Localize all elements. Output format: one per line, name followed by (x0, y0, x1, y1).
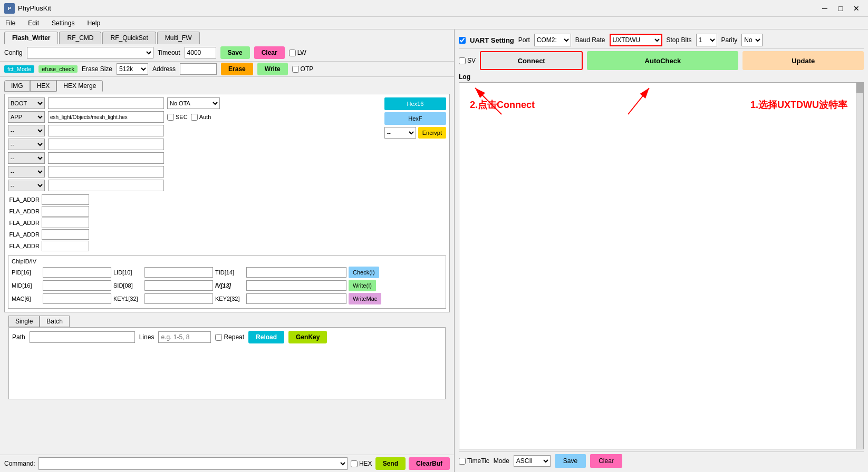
save-button[interactable]: Save (220, 46, 250, 59)
auth-checkbox[interactable] (191, 114, 198, 121)
hex-checkbox[interactable] (351, 460, 358, 467)
parity-select[interactable]: No Even Odd (741, 34, 763, 46)
fla-label1: FLA_ADDR (8, 196, 40, 203)
sv-checkbox[interactable] (459, 57, 466, 64)
hex16-button[interactable]: Hex16 (384, 97, 446, 110)
clearbuf-button[interactable]: ClearBuf (409, 457, 450, 470)
lw-checkbox[interactable] (289, 50, 296, 56)
close-button[interactable]: ✕ (849, 3, 864, 14)
batch-textarea[interactable] (12, 347, 442, 394)
address-input[interactable] (180, 63, 217, 75)
auth-label: Auth (199, 114, 211, 120)
fla-input3[interactable] (42, 218, 89, 228)
sec-checkbox[interactable] (167, 114, 174, 121)
img-grid: BOOT No OTA APP esh_light (4, 94, 450, 312)
row7-type[interactable]: -- (8, 180, 45, 191)
parity-label: Parity (721, 36, 738, 44)
tid-input[interactable] (246, 267, 346, 278)
repeat-checkbox[interactable] (215, 334, 222, 341)
fla-input1[interactable] (42, 194, 89, 205)
iv-input[interactable] (246, 280, 346, 291)
fla-input2[interactable] (42, 206, 89, 217)
erase-button[interactable]: Erase (221, 63, 253, 75)
scroll-thumb[interactable] (856, 83, 863, 93)
checkid-button[interactable]: Check(I) (349, 267, 379, 278)
pid-input[interactable] (43, 267, 111, 278)
repeat-wrap: Repeat (215, 333, 244, 341)
otp-checkbox[interactable] (292, 66, 299, 73)
boot-row: BOOT No OTA (8, 97, 378, 109)
writeid-button[interactable]: Write(I) (349, 280, 376, 291)
menu-file[interactable]: File (3, 18, 17, 28)
genkey-button[interactable]: GenKey (288, 331, 327, 343)
tab-multi-fw[interactable]: Multi_FW (157, 32, 200, 44)
tab-rf-quickset[interactable]: RF_QuickSet (102, 32, 156, 44)
encrypt-button[interactable]: Encrvpt (418, 127, 446, 139)
sid-input[interactable] (144, 280, 213, 291)
app-type-select[interactable]: APP (8, 111, 45, 123)
clear-button[interactable]: Clear (254, 46, 285, 59)
tab-batch[interactable]: Batch (40, 316, 70, 327)
row3-type[interactable]: -- (8, 125, 45, 136)
fct-row: fct_Mode efuse_check Erase Size 512k 256… (0, 62, 454, 77)
key1-input[interactable] (144, 293, 213, 304)
mode-select[interactable]: ASCII HEX (514, 455, 551, 467)
minimize-button[interactable]: ─ (817, 3, 832, 14)
fla-input5[interactable] (42, 241, 89, 251)
autocheck-button[interactable]: AutoCheck (587, 51, 738, 70)
left-panel: Flash_Writer RF_CMD RF_QuickSet Multi_FW… (0, 30, 455, 472)
lid-input[interactable] (144, 267, 213, 278)
port-select[interactable]: COM2: (534, 34, 571, 46)
writemac-button[interactable]: WriteMac (349, 293, 381, 304)
config-select[interactable] (27, 47, 153, 58)
mac-input[interactable] (43, 293, 111, 304)
log-scrollbar[interactable] (856, 83, 863, 449)
command-label: Command: (4, 460, 35, 467)
title-bar: P PhyPlusKit ─ □ ✕ (0, 0, 868, 17)
lw-label: LW (297, 49, 306, 56)
maximize-button[interactable]: □ (833, 3, 848, 14)
menu-edit[interactable]: Edit (26, 18, 41, 28)
efuse-check-badge: efuse_check (38, 65, 78, 73)
subtab-img[interactable]: IMG (4, 80, 30, 92)
subtab-hex[interactable]: HEX (30, 80, 57, 92)
timeout-input[interactable] (185, 47, 216, 58)
log-save-button[interactable]: Save (555, 454, 586, 468)
boot-type-select[interactable]: BOOT (8, 97, 45, 109)
connect-button[interactable]: Connect (480, 51, 583, 70)
log-clear-button[interactable]: Clear (590, 454, 622, 468)
row4-file (48, 139, 164, 150)
write-button[interactable]: Write (257, 63, 288, 75)
menu-settings[interactable]: Settings (50, 18, 76, 28)
tab-single[interactable]: Single (8, 316, 40, 327)
stopbits-select[interactable]: 1 2 (696, 34, 717, 46)
timetic-checkbox[interactable] (459, 458, 466, 465)
row5-type[interactable]: -- (8, 152, 45, 164)
row6-type[interactable]: -- (8, 166, 45, 178)
addr-select[interactable]: -- (384, 127, 416, 139)
chipid-row2: MID[16] SID[08] IV[13] Write(I) (12, 280, 442, 291)
tab-rf-cmd[interactable]: RF_CMD (59, 32, 101, 44)
row3: -- (8, 125, 378, 136)
update-button[interactable]: Update (742, 51, 864, 70)
row4-type[interactable]: -- (8, 139, 45, 150)
baud-select[interactable]: UXTDWU 9600 115200 (610, 34, 662, 46)
erase-size-select[interactable]: 512k 256k (117, 63, 148, 75)
mid-input[interactable] (43, 280, 111, 291)
uart-checkbox[interactable] (459, 37, 466, 44)
key2-input[interactable] (246, 293, 346, 304)
lines-input[interactable] (158, 331, 211, 343)
row6-file (48, 166, 164, 178)
subtab-hex-merge[interactable]: HEX Merge (56, 80, 103, 92)
path-input[interactable] (30, 331, 135, 343)
fct-mode-badge: fct_Mode (4, 65, 34, 73)
hexf-button[interactable]: HexF (384, 112, 446, 125)
ota-select[interactable]: No OTA (167, 97, 220, 109)
menu-help[interactable]: Help (85, 18, 102, 28)
fla-input4[interactable] (42, 229, 89, 240)
tab-flash-writer[interactable]: Flash_Writer (4, 32, 58, 44)
command-select[interactable] (38, 457, 348, 470)
chipid-title: ChipID/IV (12, 258, 442, 264)
send-button[interactable]: Send (375, 457, 406, 470)
reload-button[interactable]: Reload (248, 331, 284, 343)
